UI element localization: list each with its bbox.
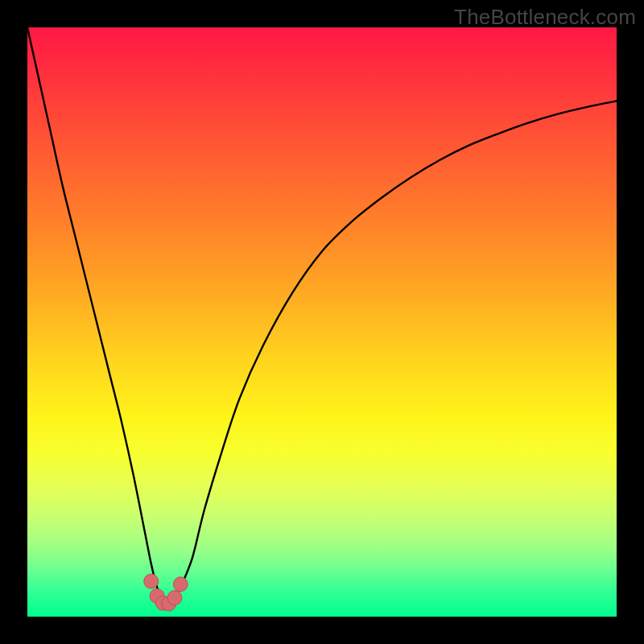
trough-knot bbox=[173, 577, 188, 592]
watermark-text: TheBottleneck.com bbox=[454, 5, 636, 30]
trough-knot bbox=[144, 574, 159, 588]
chart-plot-area bbox=[27, 27, 617, 617]
trough-knot-group bbox=[144, 574, 188, 611]
trough-knot bbox=[167, 591, 182, 605]
bottleneck-curve bbox=[27, 27, 617, 602]
chart-svg bbox=[27, 27, 617, 617]
chart-frame: TheBottleneck.com bbox=[0, 0, 644, 644]
